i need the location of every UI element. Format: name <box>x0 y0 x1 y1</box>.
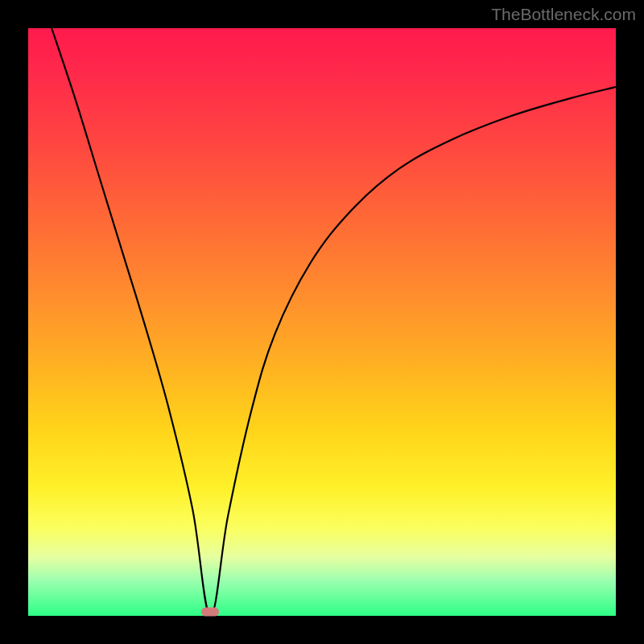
bottleneck-curve-path <box>52 28 616 616</box>
chart-frame: TheBottleneck.com <box>0 0 644 644</box>
minimum-marker <box>201 608 219 617</box>
bottleneck-curve-svg <box>28 28 616 616</box>
watermark-text: TheBottleneck.com <box>491 5 636 24</box>
plot-area <box>28 28 616 616</box>
